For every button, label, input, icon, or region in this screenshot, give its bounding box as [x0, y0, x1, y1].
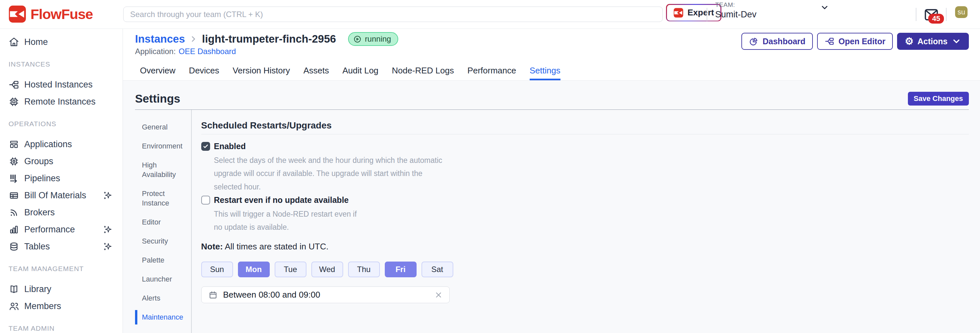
sidebar-item-members[interactable]: Members — [8, 298, 123, 315]
application-link[interactable]: OEE Dashboard — [179, 47, 236, 56]
instance-header: Instances light-trumpeter-finch-2956 run… — [123, 29, 980, 81]
breadcrumb: Instances light-trumpeter-finch-2956 run… — [135, 32, 398, 46]
settings-nav-palette[interactable]: Palette — [142, 255, 181, 265]
sidebar-item-remote-instances[interactable]: Remote Instances — [8, 93, 123, 110]
sidebar-item-tables[interactable]: Tables — [8, 238, 123, 255]
chevron-down-icon[interactable] — [820, 3, 829, 12]
instance-name: light-trumpeter-finch-2956 — [202, 33, 336, 45]
dashboard-button-label: Dashboard — [763, 37, 806, 46]
sidebar-item-home[interactable]: Home — [8, 33, 123, 51]
header-divider — [946, 8, 947, 21]
sidebar-section-team-management: TEAM MANAGEMENT — [8, 265, 123, 273]
dashboard-button[interactable]: Dashboard — [741, 33, 813, 50]
settings-nav: General Environment High Availability Pr… — [135, 110, 191, 333]
chip-icon — [8, 156, 19, 167]
settings-nav-alerts[interactable]: Alerts — [142, 293, 181, 303]
day-button-mon[interactable]: Mon — [238, 261, 270, 277]
note-label: Note: — [201, 242, 223, 252]
sidebar-item-bill-of-materials[interactable]: Bill Of Materials — [8, 187, 123, 204]
enabled-checkbox-label[interactable]: Enabled — [214, 142, 246, 151]
hosted-instances-icon — [8, 79, 19, 90]
section-divider — [201, 134, 969, 134]
clear-icon[interactable] — [434, 291, 443, 299]
sparkles-icon — [103, 225, 113, 235]
enabled-description: Select the days of the week and the hour… — [214, 154, 444, 193]
sidebar-item-pipelines[interactable]: Pipelines — [8, 170, 123, 187]
sidebar-section-operations: OPERATIONS — [8, 120, 123, 128]
day-button-sat[interactable]: Sat — [422, 261, 453, 277]
node-editor-icon — [825, 37, 834, 46]
actions-button-label: Actions — [917, 37, 948, 46]
notifications-button[interactable]: 45 — [924, 8, 939, 22]
note-text: All times are stated in UTC. — [225, 242, 328, 252]
avatar[interactable]: su — [955, 6, 967, 18]
flowfuse-logo-icon — [8, 5, 26, 23]
sidebar-item-groups[interactable]: Groups — [8, 153, 123, 170]
expert-button[interactable]: Expert — [666, 4, 721, 21]
day-button-wed[interactable]: Wed — [311, 261, 343, 277]
day-button-fri[interactable]: Fri — [385, 261, 417, 277]
day-button-thu[interactable]: Thu — [348, 261, 380, 277]
breadcrumb-instances-link[interactable]: Instances — [135, 33, 185, 45]
database-icon — [8, 241, 19, 252]
users-icon — [8, 301, 19, 312]
enabled-checkbox[interactable] — [201, 142, 210, 151]
sidebar-item-label: Pipelines — [24, 174, 60, 183]
settings-nav-general[interactable]: General — [142, 122, 181, 132]
sidebar-item-library[interactable]: Library — [8, 280, 123, 298]
tab-overview[interactable]: Overview — [140, 65, 175, 80]
maintenance-panel: Scheduled Restarts/Upgrades Enabled Sele… — [192, 110, 969, 333]
tab-node-red-logs[interactable]: Node-RED Logs — [392, 65, 454, 80]
sidebar: Home INSTANCES Hosted Instances Remote I… — [0, 29, 123, 333]
sidebar-item-label: Brokers — [24, 207, 55, 218]
time-window-input[interactable]: Between 08:00 and 09:00 — [201, 287, 450, 303]
sidebar-item-performance[interactable]: Performance — [8, 221, 123, 238]
sidebar-item-brokers[interactable]: Brokers — [8, 204, 123, 221]
sidebar-item-hosted-instances[interactable]: Hosted Instances — [8, 76, 123, 93]
settings-page: Settings Save Changes General Environmen… — [123, 81, 980, 333]
restart-checkbox-label[interactable]: Restart even if no update available — [214, 195, 349, 205]
settings-nav-maintenance[interactable]: Maintenance — [142, 312, 181, 322]
tab-audit-log[interactable]: Audit Log — [342, 65, 379, 80]
settings-nav-editor[interactable]: Editor — [142, 217, 181, 227]
application-label: Application: — [135, 47, 176, 56]
applications-icon — [8, 139, 19, 150]
save-changes-button[interactable]: Save Changes — [908, 92, 969, 105]
search-input[interactable] — [123, 6, 663, 22]
tab-assets[interactable]: Assets — [304, 65, 329, 80]
team-selector[interactable]: TEAM: Sumit-Dev — [715, 1, 756, 20]
tab-devices[interactable]: Devices — [189, 65, 219, 80]
expert-label: Expert — [688, 8, 714, 18]
app-logo[interactable]: FlowFuse — [8, 5, 93, 23]
tab-performance[interactable]: Performance — [468, 65, 516, 80]
settings-nav-security[interactable]: Security — [142, 236, 181, 246]
application-row: Application: OEE Dashboard — [135, 47, 236, 56]
header-divider — [916, 8, 916, 21]
open-editor-button-label: Open Editor — [838, 37, 885, 46]
sidebar-item-applications[interactable]: Applications — [8, 136, 123, 153]
restart-checkbox[interactable] — [201, 196, 210, 204]
settings-nav-protect-instance[interactable]: Protect Instance — [142, 189, 181, 208]
sidebar-item-label: Performance — [24, 225, 75, 235]
flowfuse-expert-icon — [673, 8, 683, 18]
day-selector: Sun Mon Tue Wed Thu Fri Sat — [201, 261, 969, 277]
chevron-down-icon — [951, 37, 961, 46]
header-divider — [706, 8, 707, 21]
settings-nav-launcher[interactable]: Launcher — [142, 274, 181, 284]
main-area: Instances light-trumpeter-finch-2956 run… — [123, 29, 980, 333]
rss-icon — [8, 207, 19, 218]
home-icon — [8, 37, 19, 48]
settings-nav-high-availability[interactable]: High Availability — [142, 160, 181, 179]
brand-name: FlowFuse — [30, 6, 93, 22]
settings-nav-environment[interactable]: Environment — [142, 141, 181, 151]
sidebar-item-label: Hosted Instances — [24, 80, 93, 90]
open-editor-button[interactable]: Open Editor — [817, 33, 893, 50]
tab-settings[interactable]: Settings — [530, 65, 560, 80]
day-button-sun[interactable]: Sun — [201, 261, 233, 277]
sidebar-item-label: Applications — [24, 139, 72, 150]
day-button-tue[interactable]: Tue — [275, 261, 307, 277]
actions-button[interactable]: ⚙ Actions — [897, 33, 969, 50]
tab-version-history[interactable]: Version History — [233, 65, 290, 80]
restart-description: This will trigger a Node-RED restart eve… — [214, 207, 358, 234]
sidebar-item-label: Tables — [24, 242, 50, 252]
